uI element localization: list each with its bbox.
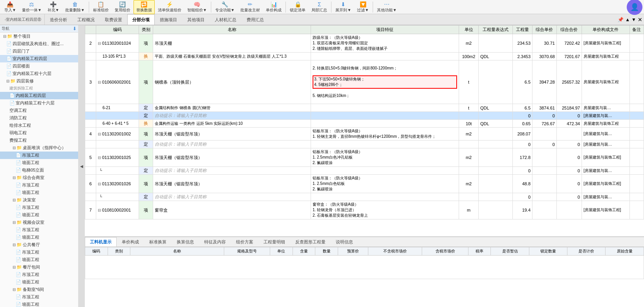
row-unit-price[interactable]: 0 — [532, 141, 557, 148]
row-note[interactable] — [629, 128, 644, 141]
row-name-hint[interactable]: 自动提示：请输入子目简称 — [153, 193, 311, 201]
row-expand-icon[interactable]: ⊟ — [98, 132, 101, 136]
row-expr[interactable] — [478, 193, 512, 201]
sidebar-item-canteen[interactable]: ⊟ 📁 公共餐厅 — [0, 241, 78, 249]
row-expand-icon[interactable]: ⊟ — [98, 41, 101, 46]
row-expr[interactable] — [478, 141, 512, 148]
row-name[interactable]: 平面、跌级天棚 石膏板天棚面层 安在V型轻钢龙骨上 跌级天棚面层 人工*1.3 — [153, 53, 311, 60]
row-code[interactable]: ⊟ 010606002001 — [96, 60, 139, 104]
row-note[interactable] — [629, 60, 644, 104]
sidebar-item-decision-ceiling[interactable]: 📄 吊顶工程 — [0, 204, 78, 211]
row-unit-price[interactable]: 3070.68 — [532, 53, 557, 60]
meeting-room-expand-icon[interactable]: ⊟ — [13, 175, 16, 180]
row-unit-price[interactable] — [532, 167, 557, 175]
sidebar-collapse-button[interactable]: ◀ — [79, 25, 85, 307]
row-qty[interactable]: 48.8 — [513, 175, 532, 193]
bottom-tab-unit-compose[interactable]: 单价构成 — [117, 237, 144, 247]
arrow-down-icon[interactable]: ▼ — [631, 17, 636, 22]
row-note[interactable] — [629, 120, 644, 128]
row-qty[interactable]: 6.5 — [513, 104, 532, 112]
sidebar-item-video-ceiling[interactable]: 📄 吊顶工程 — [0, 226, 78, 234]
row-code[interactable]: ⊟ 011302001002 — [96, 128, 139, 141]
sidebar-item-decision-wall[interactable]: 📄 墙面工程 — [0, 211, 78, 219]
tab-fee-setting[interactable]: 取费设置 — [100, 14, 127, 25]
row-expr[interactable]: QDL — [478, 120, 512, 128]
row-unit-price[interactable]: 0 — [532, 112, 557, 120]
row-note[interactable] — [629, 193, 644, 201]
row-qty[interactable]: 0 — [513, 167, 532, 175]
std-group-button[interactable]: 📋标准组价 — [90, 0, 112, 14]
bottom-tab-feature[interactable]: 特征及内容 — [199, 237, 231, 247]
row-code[interactable] — [96, 112, 139, 120]
row-qty[interactable]: 208.07 — [513, 128, 532, 141]
bottom-tab-reverse-check[interactable]: 反查图形工程量 — [290, 237, 331, 247]
col-name[interactable]: 名称 — [153, 26, 311, 34]
spare-rooms-expand-icon[interactable]: ⊟ — [13, 287, 16, 292]
row-expr[interactable]: QDL — [478, 53, 512, 60]
lock-clear-button[interactable]: 🔒锁定清单 — [287, 0, 308, 14]
table-row[interactable]: 3 ⊟ 010606002001 项 钢檩条（顶转换层） 2. 转换层L50×5… — [85, 60, 644, 104]
table-row-hint[interactable]: 定 自动提示：请输入子目简称 0 0 0 [房屋建筑与装… — [85, 112, 644, 120]
col-expr[interactable]: 工程量表达式 — [478, 26, 512, 34]
sidebar-item-meeting-room[interactable]: ⊟ 📁 综合会商室 — [0, 174, 78, 181]
row-unit-price[interactable] — [532, 148, 557, 167]
row-unit-price[interactable]: 3947.28 — [532, 60, 557, 104]
row-expr[interactable] — [478, 175, 512, 193]
row-name-hint[interactable]: 自动提示：请输入子目简称 — [153, 141, 311, 148]
bottom-tab-labor-machine[interactable]: 工料机显示 — [85, 237, 117, 247]
tab-fee-summary[interactable]: 费用汇总 — [242, 14, 269, 25]
sidebar-item-report-eng[interactable]: 费报工程 — [0, 137, 78, 144]
reuse-group-button[interactable]: 🔄复用组价 — [112, 0, 133, 14]
bottom-tab-std-convert[interactable]: 标准换算 — [144, 237, 172, 247]
row-qty[interactable]: 172.8 — [513, 148, 532, 167]
sidebar-download-icon[interactable]: ⬇ — [73, 26, 77, 31]
other-func-button[interactable]: ⋯其他功能▼ — [374, 0, 399, 14]
tab-other-items[interactable]: 其他项目 — [182, 14, 210, 25]
row-qty[interactable]: 0 — [513, 193, 532, 201]
row-unit-price[interactable]: 3874.61 — [532, 104, 557, 112]
sidebar-item-elev05[interactable]: 📄 电梯05立面 — [0, 166, 78, 174]
row-unit-price[interactable]: 726.67 — [532, 120, 557, 128]
tab-analysis[interactable]: 造价分析 — [45, 14, 72, 25]
row-name[interactable]: 吊顶天棚 — [153, 34, 311, 53]
row-name-hint[interactable]: 自动提示：请输入子目简称 — [153, 167, 311, 175]
batch-del-button[interactable]: 🗑批量删除▼ — [62, 0, 88, 14]
row-name[interactable]: 吊顶天棚（锯齿型吊顶） — [153, 175, 311, 193]
row-unit-price[interactable] — [532, 201, 557, 219]
qty-one-button[interactable]: ⚖量价一体▼ — [19, 0, 44, 14]
table-row[interactable]: 4 ⊟ 011302001002 项 吊顶天棚（锯齿型吊顶） 铝板吊顶：（防火等… — [85, 128, 644, 141]
row-unit-price[interactable] — [532, 175, 557, 193]
unit-compose-button[interactable]: 📊单价构成 — [263, 0, 284, 14]
sidebar-item-interior16[interactable]: 📄 室内精装工程十六层 — [0, 70, 78, 77]
replace-data-button[interactable]: 🔁替换数据 — [134, 0, 155, 14]
row-note[interactable] — [629, 34, 644, 53]
import-button[interactable]: 📥导入▼ — [2, 0, 19, 14]
bottom-tab-calc-info[interactable]: 换算信息 — [172, 237, 199, 247]
close-tab-icon[interactable]: ✕ — [638, 16, 642, 23]
row-expr[interactable] — [478, 167, 512, 175]
row-name-hint[interactable]: 自动提示：请输入子目简称 — [153, 112, 311, 120]
row-unit-price[interactable] — [532, 128, 557, 141]
sidebar-item-root[interactable]: ⊟ 📁 整个项目 — [0, 33, 78, 40]
row-expr[interactable] — [478, 148, 512, 167]
sidebar-item-electrical[interactable]: 弱电工程 — [0, 129, 78, 137]
video-room-expand-icon[interactable]: ⊟ — [13, 220, 16, 225]
row-note[interactable] — [629, 148, 644, 167]
row-name[interactable]: 吊顶天棚（锯齿型吊顶） — [153, 128, 311, 141]
sidebar-item-demolish[interactable]: 建筑拆除工程 — [0, 85, 78, 92]
sidebar-item-spare-ceiling[interactable]: 📄 吊顶工程 — [0, 293, 78, 301]
decision-room-expand-icon[interactable]: ⊟ — [13, 198, 16, 202]
row-note[interactable] — [629, 104, 644, 112]
row-code[interactable]: ⊟ 011302001026 — [96, 175, 139, 193]
row-expr[interactable] — [478, 60, 512, 104]
row-note[interactable] — [629, 167, 644, 175]
sidebar-item-interior16-2[interactable]: 📄 室内精装工程十六层 — [0, 99, 78, 107]
table-row-hint[interactable]: └ 定 自动提示：请输入子目简称 0 0 [房屋建筑与装… — [85, 193, 644, 201]
bottom-tab-qty-detail[interactable]: 工程量明细 — [258, 237, 290, 247]
filter-button[interactable]: 🔽过滤▼ — [354, 0, 371, 14]
row-note[interactable] — [629, 141, 644, 148]
tab-sub-project[interactable]: 分部分项 — [127, 14, 155, 25]
batch-modify-button[interactable]: ✏批量改主材 — [238, 0, 263, 14]
table-row-hint[interactable]: └ 定 自动提示：请输入子目简称 0 0 [房屋建筑与装… — [85, 167, 644, 175]
col-code[interactable]: 编码 — [96, 26, 139, 34]
